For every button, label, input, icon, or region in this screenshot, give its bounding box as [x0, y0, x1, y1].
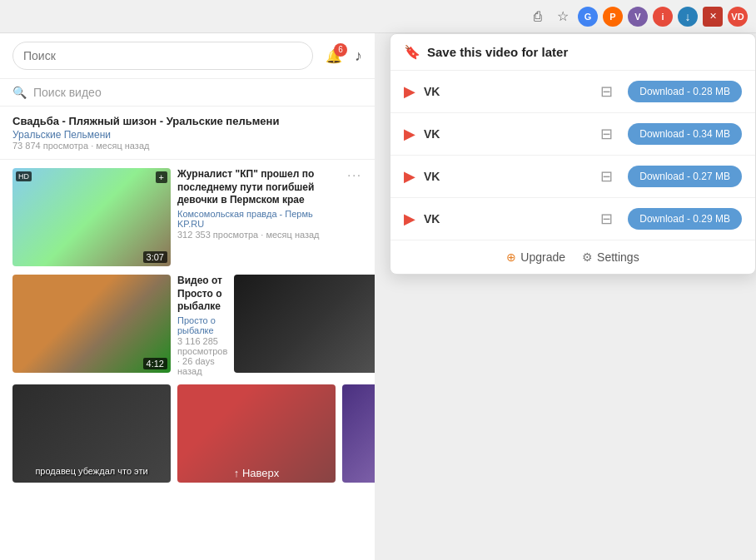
cast-icon-3[interactable]: ⊟ [600, 210, 613, 228]
download-btn-2[interactable]: Download - 0.27 MB [628, 166, 742, 187]
download-btn-1[interactable]: Download - 0.34 MB [628, 123, 742, 145]
video-thumb-2[interactable] [234, 275, 375, 373]
popup-footer: ⊕ Upgrade ⚙ Settings [390, 240, 755, 274]
vk-play-icon-1: ▶ [404, 125, 415, 143]
download-icon[interactable]: ↓ [678, 7, 698, 27]
search-input[interactable] [12, 42, 313, 70]
cast-icon-2[interactable]: ⊟ [600, 167, 613, 186]
more-button-0[interactable]: ··· [347, 168, 362, 266]
video-grid: HD + 3:07 Журналист "КП" прошел по после… [0, 160, 375, 499]
video-title-0[interactable]: Журналист "КП" прошел по последнему пути… [177, 168, 341, 207]
search-bar-area: 🔔 6 ♪ [0, 33, 375, 79]
star-icon[interactable]: ☆ [553, 7, 573, 27]
video-thumb-bottom-0[interactable]: продавец убеждал что эти [12, 384, 171, 483]
bottom-text-0: продавец убеждал что эти [12, 466, 171, 476]
video-search-placeholder: Поиск видео [33, 86, 102, 99]
notification-bell[interactable]: 🔔 6 [326, 48, 342, 64]
browser-chrome: ⎙ ☆ G P V i ↓ ✕ VD [0, 0, 756, 33]
settings-label: Settings [597, 250, 639, 264]
featured-channel: Уральские Пельмени [12, 129, 362, 141]
upgrade-icon: ⊕ [506, 250, 516, 264]
featured-title: Свадьба - Пляжный шизон - Уральские пель… [12, 115, 362, 127]
pocket-icon[interactable]: P [603, 7, 623, 27]
popup-item-1: ▶ VK ⊟ Download - 0.34 MB [390, 113, 755, 156]
video-thumb-1[interactable]: 4:12 [12, 275, 171, 373]
left-panel: 🔔 6 ♪ 🔍 Поиск видео Свадьба - Пляжный ши… [0, 33, 375, 560]
block-icon[interactable]: ✕ [703, 7, 723, 27]
video-info-1: Видео от Просто о рыбалке Просто о рыбал… [177, 275, 227, 376]
video-thumb-bottom-1[interactable]: ↑ Наверх [177, 384, 336, 483]
vk-label-0: VK [424, 85, 592, 98]
download-btn-0[interactable]: Download - 0.28 MB [628, 81, 742, 102]
google-icon[interactable]: G [578, 7, 598, 27]
popup-item-0: ▶ VK ⊟ Download - 0.28 MB [390, 71, 755, 113]
vk-label-1: VK [424, 127, 592, 141]
vk-label-2: VK [424, 170, 592, 183]
popup-item-2: ▶ VK ⊟ Download - 0.27 MB [390, 156, 755, 198]
video-row-1: HD + 3:07 Журналист "КП" прошел по после… [12, 168, 362, 266]
video-info-0: Журналист "КП" прошел по последнему пути… [177, 168, 341, 266]
cast-icon-1[interactable]: ⊟ [600, 125, 613, 143]
video-duration-1: 4:12 [143, 358, 167, 369]
popup-title: Save this video for later [427, 45, 568, 59]
popup-item-3: ▶ VK ⊟ Download - 0.29 MB [390, 198, 755, 240]
music-icon[interactable]: ♪ [355, 47, 362, 65]
notification-badge: 6 [334, 43, 347, 57]
vd-icon[interactable]: VD [728, 7, 748, 27]
video-search-input-wrap[interactable]: 🔍 Поиск видео [12, 86, 362, 99]
info-icon[interactable]: i [653, 7, 673, 27]
video-thumb-0[interactable]: HD + 3:07 [12, 168, 171, 266]
video-channel-0[interactable]: Комсомольская правда - Пермь KP.RU [177, 209, 341, 229]
share-icon[interactable]: ⎙ [528, 7, 548, 27]
featured-meta: 73 874 просмотра · месяц назад [12, 141, 362, 151]
popup-header: 🔖 Save this video for later [390, 34, 755, 71]
video-row-2: 4:12 Видео от Просто о рыбалке Просто о … [12, 275, 362, 376]
search-small-icon: 🔍 [12, 86, 27, 99]
vk-play-icon-3: ▶ [404, 210, 415, 228]
vk-label-3: VK [424, 212, 592, 225]
upgrade-button[interactable]: ⊕ Upgrade [506, 250, 565, 264]
vue-icon[interactable]: V [628, 7, 648, 27]
video-meta-0: 312 353 просмотра · месяц назад [177, 230, 341, 240]
settings-button[interactable]: ⚙ Settings [582, 250, 639, 264]
vk-play-icon-0: ▶ [404, 82, 415, 101]
page-content: 🔔 6 ♪ 🔍 Поиск видео Свадьба - Пляжный ши… [0, 33, 756, 560]
video-meta-1: 3 116 285 просмотров · 26 days назад [177, 336, 227, 376]
bookmark-icon: 🔖 [404, 44, 420, 60]
right-panel: 🔖 Save this video for later ▶ VK ⊟ Downl… [375, 33, 756, 560]
cast-icon-0[interactable]: ⊟ [600, 82, 613, 101]
video-channel-1[interactable]: Просто о рыбалке [177, 315, 227, 335]
video-row-3: продавец убеждал что эти ↑ Наверх [12, 384, 362, 483]
download-btn-3[interactable]: Download - 0.29 MB [628, 208, 742, 230]
video-thumb-bottom-2[interactable] [342, 384, 375, 483]
settings-gear-icon: ⚙ [582, 250, 593, 264]
featured-item[interactable]: Свадьба - Пляжный шизон - Уральские пель… [0, 107, 375, 160]
video-duration-0: 3:07 [143, 251, 167, 263]
hd-badge: HD [16, 171, 32, 181]
navup-text[interactable]: ↑ Наверх [177, 467, 336, 479]
download-popup: 🔖 Save this video for later ▶ VK ⊟ Downl… [390, 33, 756, 275]
vk-play-icon-2: ▶ [404, 167, 415, 186]
search-input-wrap [12, 42, 313, 70]
video-title-1[interactable]: Видео от Просто о рыбалке [177, 275, 227, 314]
upgrade-label: Upgrade [520, 250, 565, 264]
plus-badge: + [156, 171, 167, 183]
video-search-area: 🔍 Поиск видео [0, 79, 375, 107]
